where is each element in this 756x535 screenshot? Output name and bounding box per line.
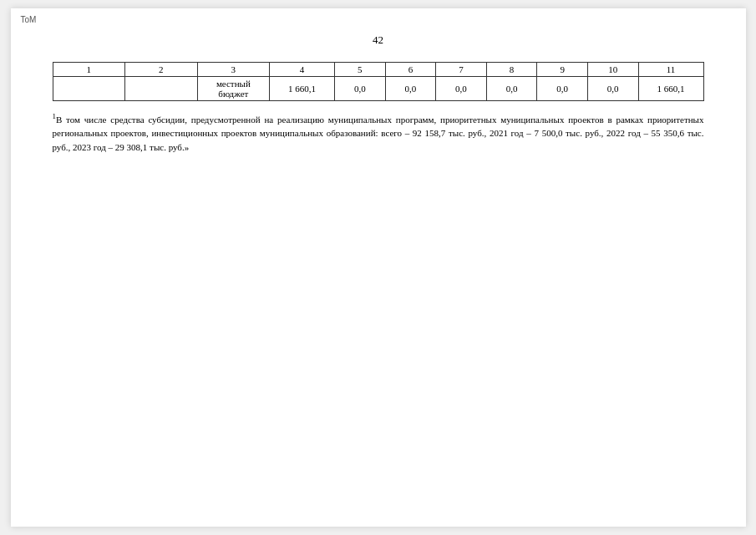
header-col4: 4 (270, 63, 335, 77)
footnote-text: В том числе средства субсидии, предусмот… (53, 115, 704, 152)
page-number: 42 (53, 33, 704, 47)
footnote: 1В том числе средства субсидии, предусмо… (53, 111, 704, 154)
table-row: местный бюджет 1 660,1 0,0 0,0 0,0 0,0 0… (53, 77, 703, 101)
cell-1 (53, 77, 125, 101)
cell-2 (125, 77, 198, 101)
header-col1: 1 (53, 63, 125, 77)
table-header-row: 1 2 3 4 5 6 7 8 9 10 11 (53, 63, 703, 77)
header-col6: 6 (385, 63, 436, 77)
cell-6: 0,0 (385, 77, 436, 101)
header-col2: 2 (125, 63, 198, 77)
cell-3-line2: бюджет (218, 89, 248, 99)
cell-5: 0,0 (335, 77, 386, 101)
header-col11: 11 (638, 63, 703, 77)
cell-4: 1 660,1 (270, 77, 335, 101)
cell-3: местный бюджет (197, 77, 270, 101)
cell-7: 0,0 (436, 77, 487, 101)
header-col10: 10 (587, 63, 638, 77)
header-col9: 9 (537, 63, 588, 77)
top-label: ToM (21, 15, 37, 24)
cell-11: 1 660,1 (638, 77, 703, 101)
header-col8: 8 (486, 63, 537, 77)
cell-10: 0,0 (587, 77, 638, 101)
table-wrapper: 1 2 3 4 5 6 7 8 9 10 11 местный (53, 62, 704, 101)
header-col7: 7 (436, 63, 487, 77)
header-col3: 3 (197, 63, 270, 77)
header-col5: 5 (335, 63, 386, 77)
data-table: 1 2 3 4 5 6 7 8 9 10 11 местный (53, 62, 704, 101)
page: ToM 42 1 2 3 4 (11, 8, 746, 527)
cell-3-line1: местный (216, 79, 251, 89)
cell-8: 0,0 (486, 77, 537, 101)
cell-9: 0,0 (537, 77, 588, 101)
